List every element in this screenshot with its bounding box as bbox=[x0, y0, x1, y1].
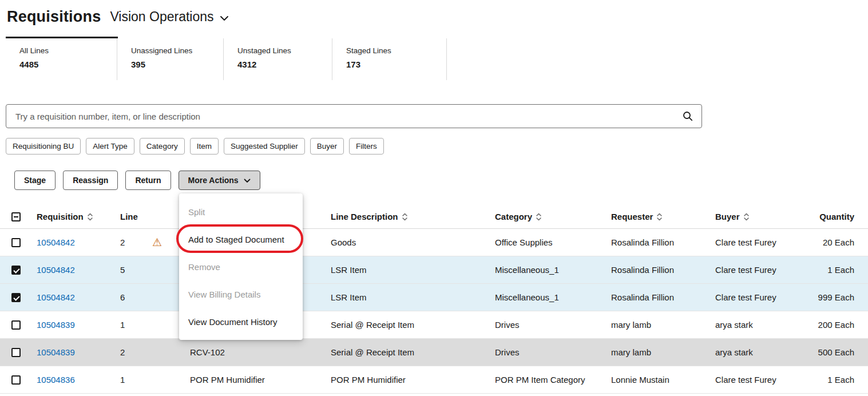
menu-item-view-document-history[interactable]: View Document History bbox=[179, 308, 303, 335]
chip-item[interactable]: Item bbox=[190, 138, 219, 155]
requisition-link[interactable]: 10504842 bbox=[37, 292, 75, 302]
column-header-buyer[interactable]: Buyer bbox=[715, 212, 801, 221]
column-header-requisition[interactable]: Requisition bbox=[37, 212, 120, 221]
business-unit-selector[interactable]: Vision Operations bbox=[110, 9, 228, 25]
requester-cell: Rosalinda Fillion bbox=[611, 237, 715, 247]
sort-icon[interactable] bbox=[402, 213, 408, 221]
column-label: Quantity bbox=[819, 212, 854, 221]
requisition-lines-table: Requisition Line Item Line Description C… bbox=[0, 205, 868, 394]
line-number: 1 bbox=[120, 320, 152, 330]
warning-icon[interactable]: ⚠ bbox=[152, 236, 162, 248]
column-label: Requisition bbox=[37, 212, 84, 221]
line-number: 2 bbox=[120, 347, 152, 357]
category-cell: Miscellaneous_1 bbox=[495, 265, 611, 275]
line-description-cell: LSR Item bbox=[331, 292, 495, 302]
quantity-cell: 200 Each bbox=[801, 320, 854, 330]
search-input[interactable] bbox=[14, 111, 682, 122]
select-all-checkbox[interactable] bbox=[11, 212, 21, 221]
line-description-cell: Serial @ Receipt Item bbox=[331, 320, 495, 330]
requisition-link[interactable]: 10504839 bbox=[37, 320, 75, 330]
column-label: Line Description bbox=[331, 212, 398, 221]
row-checkbox[interactable] bbox=[11, 266, 21, 275]
menu-item-add-to-staged-document[interactable]: Add to Staged Document bbox=[179, 225, 303, 253]
chip-suggested-supplier[interactable]: Suggested Supplier bbox=[224, 138, 305, 155]
chevron-down-icon bbox=[220, 9, 229, 25]
requester-cell: mary lamb bbox=[611, 320, 715, 330]
stat-all-lines[interactable]: All Lines 4485 bbox=[6, 38, 117, 80]
buyer-cell: arya stark bbox=[715, 347, 801, 357]
quantity-cell: 1 Each bbox=[801, 375, 854, 385]
quantity-cell: 500 Each bbox=[801, 347, 854, 357]
category-cell: Drives bbox=[495, 347, 611, 357]
column-header-quantity[interactable]: Quantity bbox=[801, 212, 854, 221]
row-checkbox[interactable] bbox=[11, 238, 21, 247]
buyer-cell: Clare test Furey bbox=[715, 265, 801, 275]
more-actions-button[interactable]: More Actions bbox=[179, 171, 260, 190]
return-button[interactable]: Return bbox=[125, 171, 171, 190]
menu-item-view-billing-details: View Billing Details bbox=[179, 280, 303, 308]
reassign-button[interactable]: Reassign bbox=[63, 171, 118, 190]
stage-button[interactable]: Stage bbox=[14, 171, 56, 190]
menu-item-remove: Remove bbox=[179, 253, 303, 280]
column-label: Category bbox=[495, 212, 532, 221]
line-description-cell: LSR Item bbox=[331, 265, 495, 275]
chip-buyer[interactable]: Buyer bbox=[310, 138, 344, 155]
table-row[interactable]: 10504842 2 ⚠ Goods Office Supplies Rosal… bbox=[0, 229, 868, 256]
item-cell: POR PM Humidifier bbox=[190, 375, 331, 385]
chevron-down-icon bbox=[244, 176, 251, 185]
column-header-category[interactable]: Category bbox=[495, 212, 611, 221]
sort-icon[interactable] bbox=[743, 213, 750, 221]
sort-icon[interactable] bbox=[656, 213, 663, 221]
requisition-link[interactable]: 10504842 bbox=[37, 265, 75, 275]
category-cell: Office Supplies bbox=[495, 237, 611, 247]
column-header-line-description[interactable]: Line Description bbox=[331, 212, 495, 221]
page-title: Requisitions bbox=[7, 8, 101, 26]
sort-icon[interactable] bbox=[536, 213, 542, 221]
stat-unstaged-lines[interactable]: Unstaged Lines 4312 bbox=[224, 38, 332, 80]
table-row[interactable]: 10504842 6 LSR Item Miscellaneous_1 Rosa… bbox=[0, 284, 868, 311]
stat-value: 4312 bbox=[237, 60, 332, 69]
quantity-cell: 1 Each bbox=[801, 265, 854, 275]
table-header-row: Requisition Line Item Line Description C… bbox=[0, 205, 868, 229]
row-checkbox[interactable] bbox=[11, 375, 21, 385]
table-row[interactable]: 10504842 5 LSR Item Miscellaneous_1 Rosa… bbox=[0, 256, 868, 284]
requester-cell: Rosalinda Fillion bbox=[611, 292, 715, 302]
stat-staged-lines[interactable]: Staged Lines 173 bbox=[332, 38, 447, 80]
stat-value: 173 bbox=[346, 60, 446, 69]
chip-filters[interactable]: Filters bbox=[349, 138, 384, 155]
requisition-link[interactable]: 10504839 bbox=[37, 347, 75, 357]
category-cell: POR PM Item Category bbox=[495, 375, 611, 385]
requester-cell: Rosalinda Fillion bbox=[611, 265, 715, 275]
stat-label: Staged Lines bbox=[346, 46, 446, 55]
category-cell: Miscellaneous_1 bbox=[495, 292, 611, 302]
requisition-link[interactable]: 10504836 bbox=[37, 375, 75, 385]
sort-icon[interactable] bbox=[87, 213, 93, 221]
requester-cell: Lonnie Mustain bbox=[611, 375, 715, 385]
chip-alert-type[interactable]: Alert Type bbox=[86, 138, 134, 155]
line-number: 2 bbox=[120, 237, 152, 247]
line-count-summary: All Lines 4485 Unassigned Lines 395 Unst… bbox=[6, 38, 868, 80]
table-row[interactable]: 10504839 2 RCV-102 Serial @ Receipt Item… bbox=[0, 339, 868, 366]
menu-item-split: Split bbox=[179, 198, 303, 225]
category-cell: Drives bbox=[495, 320, 611, 330]
row-checkbox[interactable] bbox=[11, 348, 21, 357]
requisition-link[interactable]: 10504842 bbox=[37, 237, 75, 247]
buyer-cell: Clare test Furey bbox=[715, 375, 801, 385]
table-row[interactable]: 10504836 1 POR PM Humidifier POR PM Humi… bbox=[0, 366, 868, 394]
table-row[interactable]: 10504839 1 Serial @ Receipt Item Drives … bbox=[0, 311, 868, 339]
chip-requisitioning-bu[interactable]: Requisitioning BU bbox=[6, 138, 81, 155]
row-checkbox[interactable] bbox=[11, 293, 21, 302]
column-header-requester[interactable]: Requester bbox=[611, 212, 715, 221]
stat-label: Unassigned Lines bbox=[131, 46, 223, 55]
buyer-cell: arya stark bbox=[715, 320, 801, 330]
stat-unassigned-lines[interactable]: Unassigned Lines 395 bbox=[117, 38, 224, 80]
search-bar bbox=[6, 104, 702, 128]
buyer-cell: Clare test Furey bbox=[715, 237, 801, 247]
row-checkbox[interactable] bbox=[11, 320, 21, 330]
stat-value: 395 bbox=[131, 60, 223, 69]
quantity-cell: 20 Each bbox=[801, 237, 854, 247]
chip-category[interactable]: Category bbox=[140, 138, 185, 155]
page-header: Requisitions Vision Operations bbox=[0, 0, 868, 37]
column-header-line[interactable]: Line bbox=[120, 212, 152, 221]
search-icon[interactable] bbox=[682, 110, 693, 122]
